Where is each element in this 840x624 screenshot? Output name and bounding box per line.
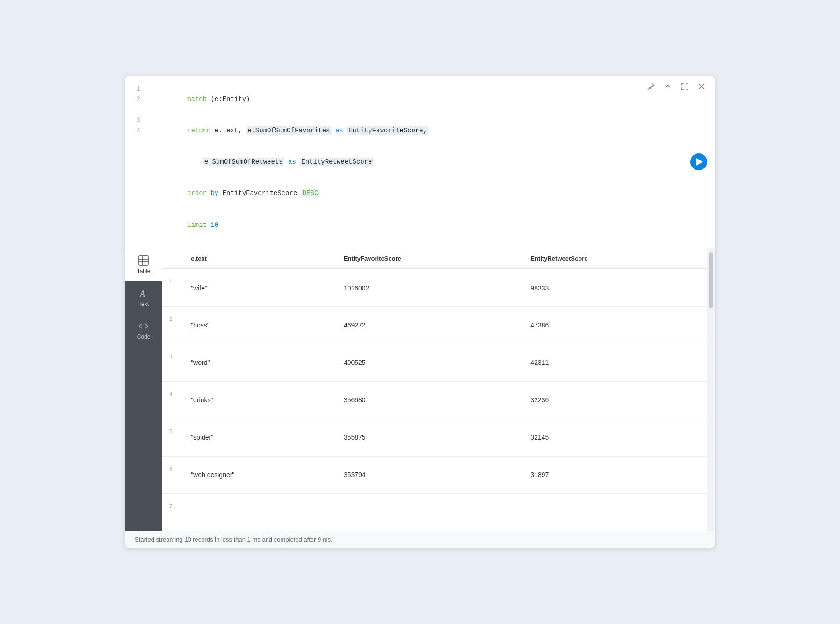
table-row: 5 "spider" 355875 32145 — [162, 419, 707, 456]
cell-retweetscore — [521, 493, 707, 531]
table-row: 7 — [162, 493, 707, 531]
results-table: e.text EntityFavoriteScore EntityRetweet… — [162, 248, 707, 531]
table-row: 2 "boss" 469272 47386 — [162, 306, 707, 344]
svg-rect-2 — [139, 256, 148, 265]
cell-retweetscore: 47386 — [521, 306, 707, 344]
code-line-2b: e.SumOfSumOfRetweets as EntityRetweetSco… — [148, 146, 677, 178]
table-row: 6 "web designer" 353794 31897 — [162, 456, 707, 493]
row-number: 7 — [162, 493, 181, 531]
sidebar: Table A Text Code — [125, 248, 162, 531]
cell-retweetscore: 42311 — [521, 344, 707, 381]
table-row: 1 "wife" 1016002 98333 — [162, 269, 707, 306]
cell-retweetscore: 32145 — [521, 419, 707, 456]
table-header-row: e.text EntityFavoriteScore EntityRetweet… — [162, 248, 707, 269]
chevron-up-icon[interactable] — [662, 81, 673, 92]
scroll-thumb[interactable] — [709, 252, 713, 308]
table-scroll-wrapper: e.text EntityFavoriteScore EntityRetweet… — [162, 248, 715, 531]
cell-favscore: 1016002 — [334, 269, 521, 306]
col-favscore-header: EntityFavoriteScore — [334, 248, 521, 269]
sidebar-item-table[interactable]: Table — [125, 248, 162, 281]
sidebar-item-code-label: Code — [137, 334, 151, 340]
cell-favscore: 469272 — [334, 306, 521, 344]
results-area: Table A Text Code — [125, 248, 715, 531]
cell-favscore: 353794 — [334, 456, 521, 493]
code-line-1: match (e:Entity) — [148, 84, 677, 115]
svg-text:A: A — [139, 289, 145, 298]
run-button-container — [690, 153, 707, 170]
main-container: 1 2 3 4 match (e:Entity) return e.text, … — [125, 76, 715, 548]
editor-toolbar — [645, 81, 707, 92]
line-numbers: 1 2 3 4 — [125, 84, 148, 241]
sidebar-item-code[interactable]: Code — [125, 314, 162, 347]
row-number: 3 — [162, 344, 181, 381]
code-editor[interactable]: 1 2 3 4 match (e:Entity) return e.text, … — [125, 76, 715, 248]
row-number: 4 — [162, 381, 181, 419]
cell-etext: "boss" — [181, 306, 334, 344]
sidebar-item-text[interactable]: A Text — [125, 281, 162, 314]
sidebar-item-text-label: Text — [138, 301, 149, 307]
row-number: 2 — [162, 306, 181, 344]
code-icon — [138, 320, 149, 332]
pin-icon[interactable] — [645, 81, 657, 92]
col-retweetscore-header: EntityRetweetScore — [521, 248, 707, 269]
editor-area: 1 2 3 4 match (e:Entity) return e.text, … — [125, 76, 715, 249]
cell-etext: "web designer" — [181, 456, 334, 493]
cell-retweetscore: 98333 — [521, 269, 707, 306]
col-num-header — [162, 248, 181, 269]
cell-etext: "wife" — [181, 269, 334, 306]
run-button[interactable] — [690, 153, 707, 170]
cell-etext: "word" — [181, 344, 334, 381]
row-number: 1 — [162, 269, 181, 306]
close-icon[interactable] — [696, 81, 707, 92]
code-line-3: order by EntityFavoriteScore DESC — [148, 178, 677, 209]
cell-etext: "spider" — [181, 419, 334, 456]
cell-favscore: 400525 — [334, 344, 521, 381]
table-row: 4 "drinks" 356980 32236 — [162, 381, 707, 419]
table-icon — [138, 255, 149, 266]
cell-retweetscore: 31897 — [521, 456, 707, 493]
cell-favscore: 355875 — [334, 419, 521, 456]
cell-favscore — [334, 493, 521, 531]
row-number: 6 — [162, 456, 181, 493]
status-message: Started streaming 10 records in less tha… — [135, 536, 333, 543]
row-number: 5 — [162, 419, 181, 456]
text-icon: A — [138, 288, 149, 299]
cell-favscore: 356980 — [334, 381, 521, 419]
table-row: 3 "word" 400525 42311 — [162, 344, 707, 381]
expand-icon[interactable] — [679, 81, 690, 92]
code-line-4: limit 10 — [148, 209, 677, 240]
scrollbar[interactable] — [707, 248, 715, 531]
cell-etext: "drinks" — [181, 381, 334, 419]
col-etext-header: e.text — [181, 248, 334, 269]
cell-etext — [181, 493, 334, 531]
status-bar: Started streaming 10 records in less tha… — [125, 531, 715, 548]
table-area: e.text EntityFavoriteScore EntityRetweet… — [162, 248, 707, 531]
code-content: match (e:Entity) return e.text, e.SumOfS… — [148, 84, 715, 241]
cell-retweetscore: 32236 — [521, 381, 707, 419]
code-line-2: return e.text, e.SumOfSumOfFavorites as … — [148, 115, 677, 146]
sidebar-item-table-label: Table — [137, 268, 151, 275]
